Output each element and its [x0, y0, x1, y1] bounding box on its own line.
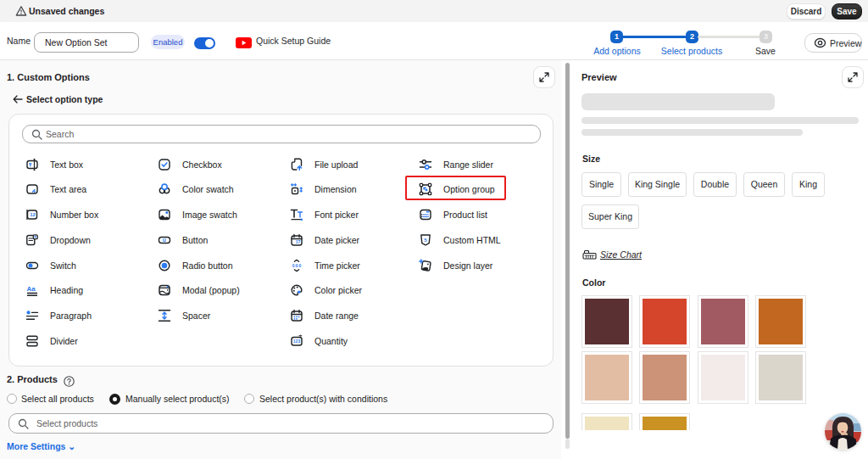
svg-text:5: 5	[424, 236, 427, 242]
svg-text:17: 17	[296, 239, 301, 244]
svg-text:Aa: Aa	[27, 285, 36, 293]
svg-text:123: 123	[293, 339, 301, 344]
svg-text:0:0:0: 0:0:0	[292, 263, 302, 267]
svg-text:12: 12	[30, 212, 36, 217]
